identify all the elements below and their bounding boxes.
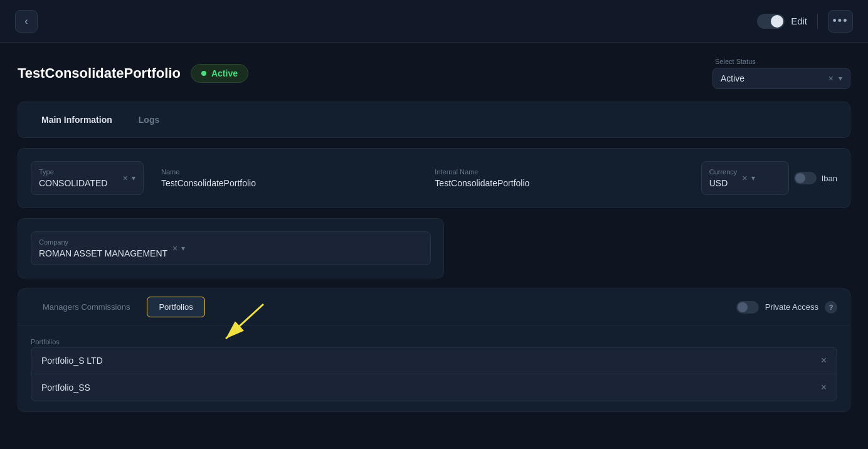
help-icon[interactable]: ? — [825, 301, 837, 314]
portfolio-item-1-name: Portfolio_SS — [41, 383, 90, 393]
portfolio-item-0: Portfolio_S LTD × — [31, 347, 837, 374]
company-field-group: Company ROMAN ASSET MANAGEMENT — [39, 238, 167, 258]
content-area: TestConsolidatePortfolio Active Select S… — [0, 43, 868, 427]
status-select-clear-icon[interactable]: × — [828, 73, 834, 83]
name-field-group: Name TestConsolidatePortfolio — [154, 162, 417, 194]
back-button[interactable]: ‹ — [15, 10, 38, 33]
internal-name-field-group: Internal Name TestConsolidatePortfolio — [427, 162, 691, 194]
tab-main-information-label: Main Information — [41, 115, 112, 125]
status-badge-text: Active — [211, 68, 238, 78]
back-icon: ‹ — [24, 16, 28, 27]
company-clear-icon[interactable]: × — [172, 243, 177, 253]
title-left: TestConsolidatePortfolio Active — [18, 64, 248, 83]
portfolios-section: Portfolios Portfolio_S LTD × Portfolio_S… — [18, 325, 850, 411]
currency-field-actions: × ▾ — [742, 173, 754, 183]
status-select-label: Select Status — [712, 58, 850, 65]
main-tabs-row: Main Information Logs — [18, 102, 850, 137]
company-field-actions: × ▾ — [172, 243, 185, 253]
main-tabs-card: Main Information Logs — [18, 102, 850, 138]
private-access-label: Private Access — [765, 302, 818, 312]
type-value: CONSOLIDATED — [39, 178, 118, 188]
status-select-arrow-icon[interactable]: ▾ — [839, 74, 842, 83]
currency-select-field[interactable]: Currency USD × ▾ — [701, 161, 789, 195]
status-select-wrapper: Select Status Active × ▾ — [712, 58, 850, 89]
internal-name-label: Internal Name — [435, 168, 683, 176]
divider — [817, 14, 818, 29]
company-label: Company — [39, 238, 167, 246]
private-access-toggle[interactable] — [736, 301, 759, 314]
type-field-actions: × ▾ — [123, 173, 135, 183]
portfolio-item-0-name: Portfolio_S LTD — [41, 356, 103, 366]
bottom-tabs-row: Managers Commissions Portfolios Private … — [18, 289, 850, 325]
type-select-field[interactable]: Type CONSOLIDATED × ▾ — [31, 161, 144, 195]
tab-managers-commissions[interactable]: Managers Commissions — [31, 297, 142, 317]
portfolio-item-0-close-icon[interactable]: × — [821, 355, 827, 366]
iban-toggle[interactable] — [794, 172, 817, 184]
name-label: Name — [161, 168, 410, 176]
tab-logs-label: Logs — [139, 115, 159, 125]
name-value: TestConsolidatePortfolio — [161, 178, 410, 188]
internal-name-value: TestConsolidatePortfolio — [435, 178, 683, 188]
top-bar-actions: Edit ••• — [757, 10, 853, 33]
currency-clear-icon[interactable]: × — [742, 173, 747, 183]
tab-managers-commissions-label: Managers Commissions — [43, 302, 130, 312]
status-dot — [201, 71, 206, 76]
type-label: Type — [39, 168, 118, 176]
company-card: Company ROMAN ASSET MANAGEMENT × ▾ — [18, 218, 444, 278]
currency-arrow-icon[interactable]: ▾ — [751, 174, 755, 182]
portfolio-select-wrapper: Portfolio_S LTD × Portfolio_SS × — [31, 347, 837, 401]
tab-main-information[interactable]: Main Information — [31, 108, 123, 132]
currency-value: USD — [709, 178, 738, 188]
company-select-field[interactable]: Company ROMAN ASSET MANAGEMENT × ▾ — [31, 231, 431, 265]
status-select[interactable]: Active × ▾ — [712, 68, 850, 89]
type-field-group: Type CONSOLIDATED — [39, 168, 118, 188]
more-icon: ••• — [833, 14, 849, 28]
status-select-value: Active — [721, 73, 823, 83]
more-button[interactable]: ••• — [828, 10, 853, 33]
iban-label: Iban — [822, 174, 837, 183]
company-value: ROMAN ASSET MANAGEMENT — [39, 248, 167, 258]
portfolio-item-1-close-icon[interactable]: × — [821, 382, 827, 393]
type-arrow-icon[interactable]: ▾ — [132, 174, 135, 182]
tab-portfolios-label: Portfolios — [159, 302, 193, 312]
bottom-section: Managers Commissions Portfolios Private … — [18, 288, 850, 412]
bottom-tabs-left: Managers Commissions Portfolios — [31, 297, 205, 317]
tab-portfolios[interactable]: Portfolios — [147, 297, 204, 317]
portfolios-label: Portfolios — [31, 338, 60, 346]
company-arrow-icon[interactable]: ▾ — [181, 244, 185, 253]
currency-label: Currency — [709, 168, 738, 176]
currency-iban-wrapper: Currency USD × ▾ Iban — [701, 161, 837, 195]
status-badge: Active — [191, 64, 248, 83]
tab-logs[interactable]: Logs — [128, 108, 170, 132]
fields-card: Type CONSOLIDATED × ▾ Name TestConsolida… — [18, 148, 850, 208]
portfolio-item-1: Portfolio_SS × — [31, 374, 837, 401]
currency-field-group: Currency USD — [709, 168, 738, 188]
page-title: TestConsolidatePortfolio — [18, 65, 181, 82]
help-icon-symbol: ? — [829, 304, 834, 311]
top-bar: ‹ Edit ••• — [0, 0, 868, 43]
edit-toggle[interactable] — [757, 14, 785, 29]
title-row: TestConsolidatePortfolio Active Select S… — [18, 58, 850, 89]
bottom-tabs-right: Private Access ? — [736, 301, 837, 314]
type-clear-icon[interactable]: × — [123, 173, 128, 183]
edit-toggle-group: Edit — [757, 14, 807, 29]
edit-label: Edit — [791, 16, 807, 26]
